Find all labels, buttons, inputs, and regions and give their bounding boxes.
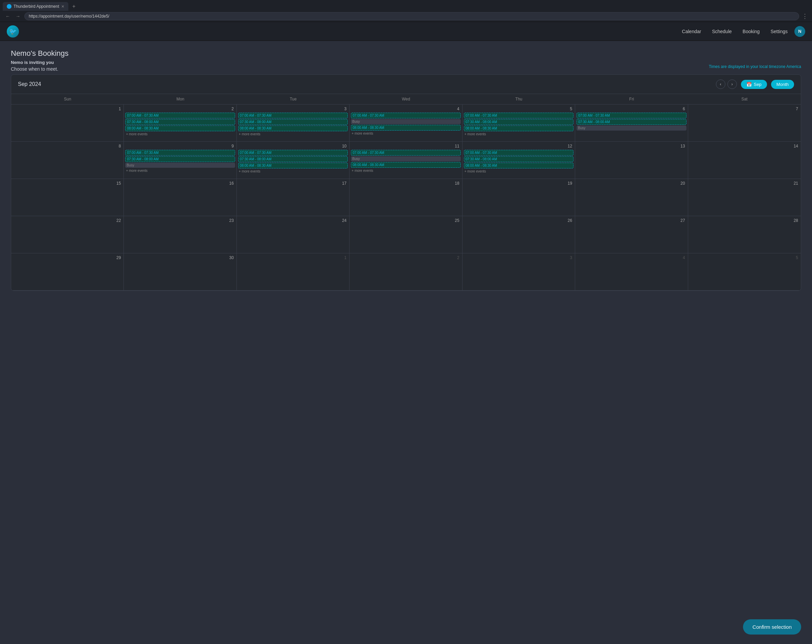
browser-menu-button[interactable]: ⋮ xyxy=(802,12,808,20)
invite-text: Nemo is inviting you xyxy=(11,60,69,65)
nav-settings[interactable]: Settings xyxy=(771,29,788,34)
day-number: 2 xyxy=(351,255,461,260)
event-busy: Busy xyxy=(577,125,686,131)
more-events-link[interactable]: + more events xyxy=(464,132,574,136)
day-header-wed: Wed xyxy=(350,94,462,105)
event-slot[interactable]: 07:30 AM - 08:00 AM xyxy=(238,156,348,162)
day-number: 11 xyxy=(351,144,461,148)
more-events-link[interactable]: + more events xyxy=(351,168,461,173)
address-bar: ← → ⋮ xyxy=(0,11,812,21)
choose-text: Choose when to meet. xyxy=(11,66,69,72)
tab-favicon xyxy=(7,4,12,9)
day-number: 4 xyxy=(351,107,461,111)
event-slot[interactable]: 08:00 AM - 08:30 AM xyxy=(464,125,574,131)
header-top-row: Nemo's Bookings Nemo is inviting you Cho… xyxy=(11,49,801,73)
url-input[interactable] xyxy=(24,12,799,20)
more-events-link[interactable]: + more events xyxy=(125,168,235,173)
app-logo: 🐦 xyxy=(7,25,19,38)
day-number: 19 xyxy=(464,181,574,186)
day-cell: 207:00 AM - 07:30 AM07:30 AM - 08:00 AM0… xyxy=(124,105,237,142)
event-slot[interactable]: 07:30 AM - 08:00 AM xyxy=(125,119,235,125)
event-slot[interactable]: 07:00 AM - 07:30 AM xyxy=(464,150,574,156)
user-avatar[interactable]: N xyxy=(794,26,805,37)
more-events-link[interactable]: + more events xyxy=(238,169,348,174)
day-cell: 26 xyxy=(462,216,575,253)
timezone-text: Times are displayed in your local timezo… xyxy=(709,64,801,69)
event-slot[interactable]: 07:00 AM - 07:30 AM xyxy=(238,150,348,156)
day-cell: 507:00 AM - 07:30 AM07:30 AM - 08:00 AM0… xyxy=(462,105,575,142)
next-month-button[interactable]: › xyxy=(727,79,737,89)
day-cell: 24 xyxy=(237,216,350,253)
event-slot[interactable]: 08:00 AM - 08:30 AM xyxy=(238,163,348,168)
event-slot[interactable]: 07:30 AM - 08:00 AM xyxy=(125,156,235,162)
event-slot[interactable]: 07:00 AM - 07:30 AM xyxy=(351,150,461,156)
day-cell: 2 xyxy=(350,253,462,290)
event-slot[interactable]: 07:00 AM - 07:30 AM xyxy=(238,113,348,118)
event-slot[interactable]: 07:00 AM - 07:30 AM xyxy=(577,113,686,118)
event-slot[interactable]: 07:00 AM - 07:30 AM xyxy=(464,113,574,118)
day-number: 29 xyxy=(12,255,122,260)
day-number: 20 xyxy=(577,181,686,186)
calendar-header: Sep 2024 ‹ › 📅 Sep Month xyxy=(11,75,801,94)
event-slot[interactable]: 07:30 AM - 08:00 AM xyxy=(464,156,574,162)
day-cell: 29 xyxy=(11,253,124,290)
new-tab-button[interactable]: + xyxy=(70,2,78,11)
day-number: 22 xyxy=(12,218,122,223)
sep-button[interactable]: 📅 Sep xyxy=(741,80,767,89)
nav-schedule[interactable]: Schedule xyxy=(712,29,731,34)
more-events-link[interactable]: + more events xyxy=(464,169,574,174)
day-cell: 4 xyxy=(575,253,688,290)
day-number: 27 xyxy=(577,218,686,223)
more-events-link[interactable]: + more events xyxy=(351,131,461,136)
day-header-mon: Mon xyxy=(124,94,237,105)
day-number: 7 xyxy=(690,107,800,111)
event-slot[interactable]: 07:30 AM - 08:00 AM xyxy=(464,119,574,125)
day-header-tue: Tue xyxy=(237,94,350,105)
day-number: 2 xyxy=(125,107,235,111)
day-cell: 1 xyxy=(237,253,350,290)
active-tab[interactable]: Thunderbird Appointment ✕ xyxy=(3,2,68,11)
forward-button[interactable]: → xyxy=(14,12,21,20)
event-slot[interactable]: 07:00 AM - 07:30 AM xyxy=(125,113,235,118)
event-slot[interactable]: 08:00 AM - 08:30 AM xyxy=(238,125,348,131)
day-cell: 15 xyxy=(11,179,124,216)
day-cell: 407:00 AM - 07:30 AMBusy08:00 AM - 08:30… xyxy=(350,105,462,142)
more-events-link[interactable]: + more events xyxy=(125,132,235,136)
nav-booking[interactable]: Booking xyxy=(743,29,760,34)
event-slot[interactable]: 07:00 AM - 07:30 AM xyxy=(351,113,461,118)
day-number: 25 xyxy=(351,218,461,223)
day-number: 8 xyxy=(12,144,122,148)
event-slot[interactable]: 08:00 AM - 08:30 AM xyxy=(125,125,235,131)
event-slot[interactable]: 08:00 AM - 08:30 AM xyxy=(464,163,574,168)
event-slot[interactable]: 07:30 AM - 08:00 AM xyxy=(577,119,686,125)
nav-arrows: ‹ › xyxy=(716,79,737,89)
event-busy: Busy xyxy=(351,156,461,161)
nav-calendar[interactable]: Calendar xyxy=(682,29,701,34)
calendar-icon: 📅 xyxy=(746,82,752,87)
day-number: 26 xyxy=(464,218,574,223)
event-slot[interactable]: 08:00 AM - 08:30 AM xyxy=(351,125,461,131)
app-nav: Calendar Schedule Booking Settings xyxy=(682,29,788,34)
more-events-link[interactable]: + more events xyxy=(238,132,348,136)
day-header-thu: Thu xyxy=(462,94,575,105)
day-cell: 27 xyxy=(575,216,688,253)
day-header-sun: Sun xyxy=(11,94,124,105)
back-button[interactable]: ← xyxy=(4,12,12,20)
event-slot[interactable]: 07:30 AM - 08:00 AM xyxy=(238,119,348,125)
event-slot[interactable]: 07:00 AM - 07:30 AM xyxy=(125,150,235,156)
tab-close-icon[interactable]: ✕ xyxy=(61,5,64,9)
day-header-sat: Sat xyxy=(688,94,801,105)
confirm-selection-button[interactable]: Confirm selection xyxy=(743,619,801,635)
day-number: 1 xyxy=(12,107,122,111)
page-content: Nemo's Bookings Nemo is inviting you Cho… xyxy=(0,41,812,299)
month-button[interactable]: Month xyxy=(771,80,794,89)
day-number: 24 xyxy=(238,218,348,223)
day-cell: 21 xyxy=(688,179,801,216)
day-number: 4 xyxy=(577,255,686,260)
calendar-title: Sep 2024 xyxy=(18,81,712,87)
day-number: 15 xyxy=(12,181,122,186)
day-cell: 14 xyxy=(688,142,801,179)
day-number: 5 xyxy=(464,107,574,111)
event-slot[interactable]: 08:00 AM - 08:30 AM xyxy=(351,162,461,168)
prev-month-button[interactable]: ‹ xyxy=(716,79,725,89)
